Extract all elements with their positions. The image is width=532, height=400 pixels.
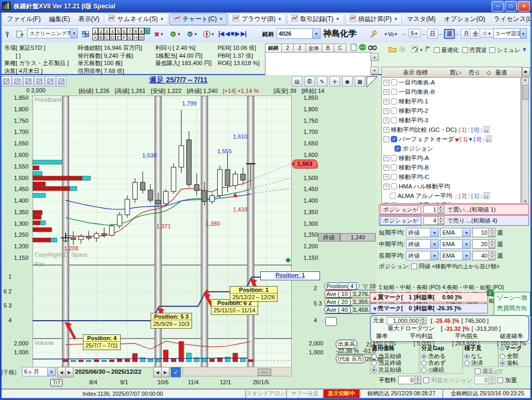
flag-icon[interactable] <box>45 76 56 87</box>
tree-checkbox[interactable] <box>391 164 397 171</box>
page-button-7[interactable]: 7 <box>127 28 133 34</box>
film-icon[interactable]: ▤ <box>292 76 302 87</box>
menu-item-3[interactable]: 表示(V) <box>75 14 103 25</box>
tree-row-移動平均-B[interactable]: +移動平均-B <box>382 163 520 172</box>
range-fwd2-button[interactable]: ▶ <box>161 367 169 377</box>
playback-1[interactable]: ◀ <box>225 30 231 37</box>
timeframe-day-button[interactable]: 日 <box>427 29 438 39</box>
menu-item-1[interactable]: ファイル(F) <box>3 14 44 25</box>
tree-row-移動平均-C[interactable]: +移動平均-C <box>382 172 520 182</box>
menu-item-6[interactable]: ブラウザ(B)▼ <box>228 13 286 25</box>
page-button-0[interactable]: 0 <box>144 28 150 34</box>
radio-dot[interactable] <box>500 361 505 366</box>
expand-icon[interactable]: + <box>384 80 389 86</box>
layout-grid-icon[interactable] <box>80 28 91 40</box>
range-apply-button[interactable]: ✓ <box>171 367 181 377</box>
checkbox-最適化[interactable] <box>434 47 440 53</box>
tab-scroll-right[interactable]: ▶ <box>522 67 530 76</box>
tree-row-移動平均-3[interactable]: +移動平均-3 <box>382 115 520 125</box>
binoculars-icon[interactable] <box>368 44 377 51</box>
radio-◇継続[interactable]: ◇継続 <box>420 366 462 373</box>
pencil-icon[interactable]: ✎ <box>317 76 327 87</box>
interval-button[interactable]: 5▼ <box>408 29 421 37</box>
tree-row-移動平均-1[interactable]: +移動平均-1 <box>382 97 520 106</box>
stock-tab-銘柄[interactable]: 銘柄 <box>265 44 282 52</box>
info-icon[interactable]: ◉ <box>342 76 353 87</box>
stock-tab-B[interactable]: B <box>322 44 334 52</box>
page-button-A[interactable]: A <box>92 34 98 40</box>
tree-checkbox[interactable]: ✓ <box>395 145 401 152</box>
expand-icon[interactable]: + <box>384 89 389 95</box>
stock-tab-C[interactable]: C <box>334 44 346 52</box>
angle-icon[interactable] <box>34 76 45 87</box>
stock-tab-2[interactable]: 2 <box>281 44 294 52</box>
screening-select[interactable]: スクリーニング市場▼ <box>27 28 78 38</box>
expand-icon[interactable]: + <box>384 155 389 161</box>
tree-checkbox[interactable] <box>391 89 397 95</box>
menu-item-7[interactable]: 取引記録(T)▼ <box>287 13 344 25</box>
page-button-5[interactable]: 5 <box>115 28 121 34</box>
page-button-2[interactable]: 2 <box>98 28 104 34</box>
menu-item-5[interactable]: チャート(C)▼ <box>169 13 227 25</box>
ma-period-spinner[interactable]: 20▲▼ <box>472 239 495 249</box>
ma-source-select[interactable]: 終値▼ <box>406 251 439 260</box>
sell-rule-spinner[interactable]: 4▲▼ <box>423 216 444 225</box>
ma-period-spinner[interactable]: 10▲▼ <box>472 228 495 237</box>
flag-marker-icon[interactable] <box>425 46 432 54</box>
radio-dot[interactable] <box>500 354 505 359</box>
page-button-9[interactable]: 9 <box>139 28 144 34</box>
check-シミュレ[interactable]: シミュレ <box>490 46 520 54</box>
delete-mark-icon[interactable]: ✖▼ <box>152 28 166 40</box>
page-button-分[interactable]: 分 <box>139 34 144 40</box>
buy-rule-spinner[interactable]: 1▲▼ <box>423 205 444 214</box>
weight-checkbox[interactable] <box>497 377 503 383</box>
radio-次足始値[interactable]: 次足始値 <box>370 366 419 373</box>
tree-checkbox[interactable] <box>391 117 397 123</box>
page-button-C[interactable]: C <box>104 34 110 40</box>
refresh-dropdown[interactable]: ▼ <box>419 48 423 52</box>
expand-icon[interactable]: + <box>384 203 389 204</box>
profit-session-checkbox[interactable] <box>423 377 429 383</box>
radio-dot[interactable] <box>421 361 427 366</box>
page-button-D[interactable]: D <box>110 34 115 40</box>
radio-途転[interactable]: 途転 <box>499 360 530 366</box>
page-button-1[interactable]: 1 <box>92 28 98 34</box>
playback-4[interactable]: ▶| <box>241 30 247 37</box>
globe-icon[interactable] <box>359 44 366 52</box>
tree-checkbox[interactable] <box>391 183 397 190</box>
stock-tab-3[interactable]: 3 <box>293 44 306 52</box>
menu-item-2[interactable]: 編集(E) <box>45 14 73 25</box>
menu-item-8[interactable]: 損益計算(P)▼ <box>345 13 402 25</box>
expand-icon[interactable]: + <box>384 165 389 171</box>
page-icon[interactable] <box>350 44 357 52</box>
same-value-checkbox[interactable] <box>411 264 417 269</box>
tree-checkbox[interactable] <box>391 108 397 114</box>
radio-dot[interactable] <box>371 354 377 359</box>
tree-scrollbar-thumb[interactable] <box>523 85 529 100</box>
tree-row-パーフェクトオーダー[interactable]: -✓パーフェクトオーダー▲[ 1]▼[ 0]◇ <box>382 134 520 144</box>
list-scroll-down[interactable]: ▼ <box>370 67 379 75</box>
gear-w-icon[interactable]: W▼ <box>185 28 199 40</box>
tree-checkbox[interactable] <box>391 79 397 86</box>
expand-icon[interactable]: + <box>384 118 389 123</box>
stock-list-box[interactable] <box>265 52 371 76</box>
page-button-G[interactable]: G <box>127 34 133 40</box>
playback-3[interactable]: ▶ <box>235 30 241 37</box>
tree-row-移動平均-2[interactable]: +移動平均-2 <box>382 106 520 115</box>
drag-diamond-icon[interactable]: ◆ <box>285 256 291 264</box>
radio-dot[interactable] <box>421 367 427 373</box>
ma-period-spinner[interactable]: 40▲▼ <box>472 251 495 260</box>
page-button-F[interactable]: F <box>121 34 127 40</box>
folder-icon[interactable] <box>388 46 397 54</box>
timeframe-week-button[interactable]: 週 <box>444 29 455 39</box>
tree-row-HMA ハル移動平均[interactable]: +HMA ハル移動平均 <box>382 182 520 191</box>
radio-dot[interactable] <box>371 367 377 373</box>
wrench-icon[interactable] <box>367 28 379 40</box>
crosshair-icon[interactable]: ✛ <box>329 76 340 87</box>
playback-controls[interactable]: |◀ ◀ ■ ▶ ▶| <box>218 30 246 37</box>
page-button-B[interactable]: B <box>98 34 104 40</box>
favorite-star-button[interactable]: ☆▼ <box>480 29 494 38</box>
tree-row-ポジション[interactable]: ✓ポジション <box>382 144 520 153</box>
tree-checkbox[interactable] <box>391 98 397 104</box>
page-button-4[interactable]: 4 <box>110 28 115 34</box>
